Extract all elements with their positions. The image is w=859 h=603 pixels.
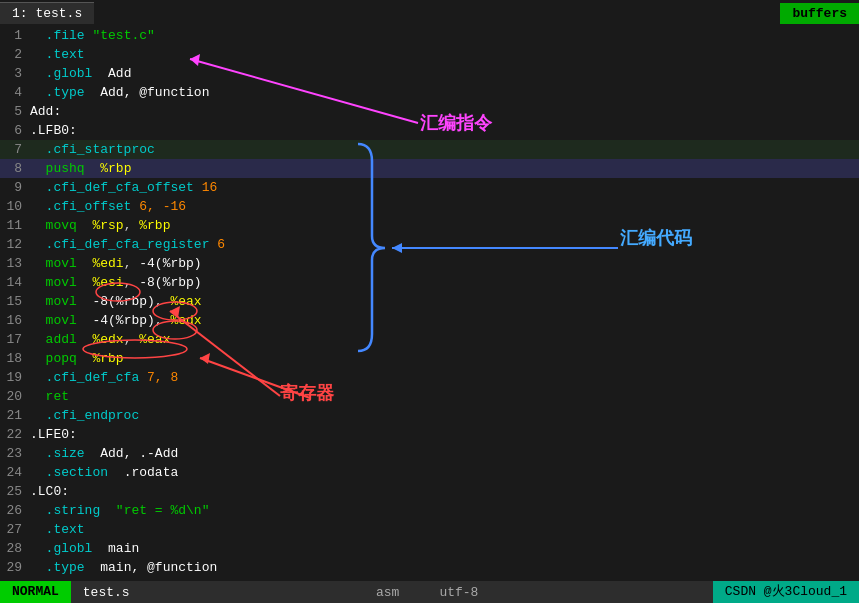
line-25: 25 .LC0: <box>0 482 859 501</box>
line-9: 9 .cfi_def_cfa_offset 16 <box>0 178 859 197</box>
line-14: 14 movl %esi, -8(%rbp) <box>0 273 859 292</box>
status-middle: asm utf-8 <box>142 585 713 600</box>
line-12: 12 .cfi_def_cfa_register 6 <box>0 235 859 254</box>
format-indicator: asm <box>376 585 399 600</box>
line-24: 24 .section .rodata <box>0 463 859 482</box>
encoding-indicator: utf-8 <box>439 585 478 600</box>
buffers-label: buffers <box>792 6 847 21</box>
line-21: 21 .cfi_endproc <box>0 406 859 425</box>
active-tab[interactable]: 1: test.s <box>0 2 94 24</box>
line-3: 3 .globl Add <box>0 64 859 83</box>
app-window: 1: test.s buffers 1 .file "test.c" 2 .te… <box>0 0 859 603</box>
status-bar: NORMAL test.s asm utf-8 CSDN @火3Cloud_1 <box>0 581 859 603</box>
line-20: 20 ret <box>0 387 859 406</box>
line-15: 15 movl -8(%rbp), %eax <box>0 292 859 311</box>
line-4: 4 .type Add, @function <box>0 83 859 102</box>
code-label: 汇编代码 <box>620 226 692 250</box>
buffers-button[interactable]: buffers <box>780 3 859 24</box>
line-26: 26 .string "ret = %d\n" <box>0 501 859 520</box>
line-29: 29 .type main, @function <box>0 558 859 575</box>
line-22: 22 .LFE0: <box>0 425 859 444</box>
line-11: 11 movq %rsp, %rbp <box>0 216 859 235</box>
plugin-info: CSDN @火3Cloud_1 <box>713 581 859 603</box>
line-19: 19 .cfi_def_cfa 7, 8 <box>0 368 859 387</box>
line-2: 2 .text <box>0 45 859 64</box>
active-tab-label: 1: test.s <box>12 6 82 21</box>
mode-indicator: NORMAL <box>0 581 71 603</box>
line-7: 7 .cfi_startproc <box>0 140 859 159</box>
line-8: 8 pushq %rbp <box>0 159 859 178</box>
line-1: 1 .file "test.c" <box>0 26 859 45</box>
reg-label: 寄存器 <box>280 381 334 405</box>
line-27: 27 .text <box>0 520 859 539</box>
tab-bar: 1: test.s buffers <box>0 0 859 26</box>
line-10: 10 .cfi_offset 6, -16 <box>0 197 859 216</box>
status-file: test.s <box>71 585 142 600</box>
line-13: 13 movl %edi, -4(%rbp) <box>0 254 859 273</box>
line-16: 16 movl -4(%rbp), %edx <box>0 311 859 330</box>
line-28: 28 .globl main <box>0 539 859 558</box>
code-area: 1 .file "test.c" 2 .text 3 .globl Add 4 … <box>0 26 859 575</box>
line-17: 17 addl %edx, %eax <box>0 330 859 349</box>
line-23: 23 .size Add, .-Add <box>0 444 859 463</box>
line-18: 18 popq %rbp <box>0 349 859 368</box>
directive-label: 汇编指令 <box>420 111 492 135</box>
